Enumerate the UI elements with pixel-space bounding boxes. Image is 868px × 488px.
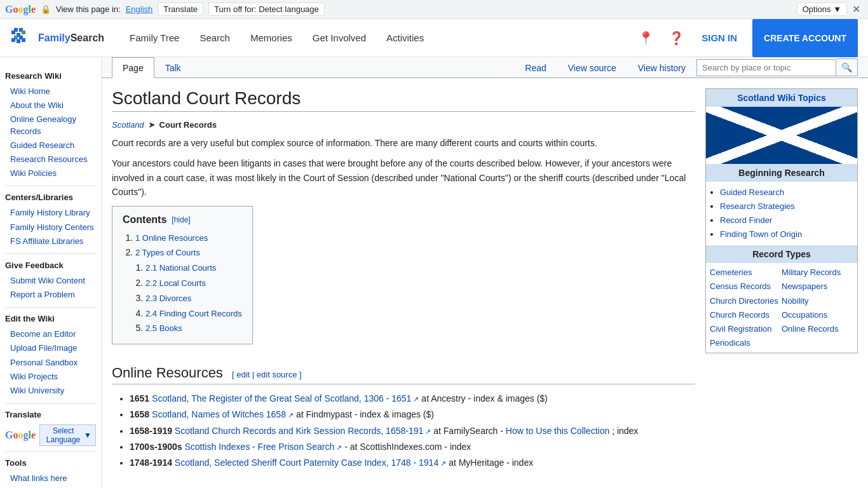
toc-link-books[interactable]: 2.5 Books: [146, 323, 182, 333]
location-icon-button[interactable]: 📍: [635, 28, 656, 48]
resource-suffix-1700s: - at ScottishIndexes.com - index: [344, 442, 471, 452]
translate-view-text: View this page in:: [56, 4, 121, 14]
tab-view-source[interactable]: View source: [557, 57, 627, 78]
toc-sub-item-2-5: 2.5 Books: [146, 321, 242, 336]
nav-activities[interactable]: Activities: [376, 19, 434, 57]
list-item: 1700s-1900s Scottish Indexes - Free Pris…: [130, 439, 695, 455]
toc-link-online-resources[interactable]: 1 Online Resources: [135, 233, 208, 243]
wiki-search-input[interactable]: [696, 59, 836, 76]
logo-text: FamilySearch: [38, 32, 104, 44]
sidebar-item-what-links[interactable]: What links here: [5, 471, 96, 485]
toc-hide-link[interactable]: [hide]: [172, 215, 190, 224]
link-finding-town[interactable]: Finding Town of Origin: [720, 229, 802, 239]
link-record-finder[interactable]: Record Finder: [720, 215, 772, 225]
main-nav: Family Tree Search Memories Get Involved…: [119, 19, 635, 57]
toc-link-finding-court-records[interactable]: 2.4 Finding Court Records: [146, 309, 242, 318]
how-to-use-link[interactable]: How to Use this Collection: [506, 426, 609, 436]
logo[interactable]: FamilySearch: [10, 27, 104, 50]
link-military-records[interactable]: Military Records: [782, 266, 853, 280]
help-icon-button[interactable]: ❓: [666, 28, 686, 48]
article-title: Scotland Court Records: [112, 88, 695, 112]
tab-read[interactable]: Read: [514, 57, 557, 78]
scotland-flag: [706, 107, 857, 164]
link-newspapers[interactable]: Newspapers: [782, 280, 853, 294]
turnoff-button[interactable]: Turn off for: Detect language: [208, 3, 325, 16]
sidebar-item-upload-file[interactable]: Upload File/Image: [5, 341, 96, 355]
sidebar-item-related-changes[interactable]: Related changes: [5, 485, 96, 488]
nav-search[interactable]: Search: [189, 19, 240, 57]
nav-family-tree[interactable]: Family Tree: [119, 19, 189, 57]
resource-year-1658-1919: 1658-1919: [130, 426, 172, 436]
sidebar-item-family-history-centers[interactable]: Family History Centers: [5, 220, 96, 234]
svg-rect-5: [22, 30, 25, 34]
sidebar-item-wiki-projects[interactable]: Wiki Projects: [5, 370, 96, 384]
sidebar-item-research-resources[interactable]: Research Resources: [5, 152, 96, 166]
edit-links: [ edit | edit source ]: [232, 370, 302, 379]
sidebar-section-edit: Edit the Wiki: [5, 314, 96, 323]
edit-link[interactable]: edit: [236, 370, 250, 379]
resource-link-1651[interactable]: Scotland, The Register of the Great Seal…: [152, 393, 419, 403]
link-civil-registration[interactable]: Civil Registration: [710, 322, 782, 336]
sign-in-button[interactable]: SIGN IN: [696, 32, 742, 43]
sidebar-item-online-genealogy[interactable]: Online Genealogy Records: [5, 112, 96, 138]
article-intro-1: Court records are a very useful but comp…: [112, 136, 695, 150]
google-logo-sidebar: Google: [5, 430, 36, 441]
list-item: Finding Town of Origin: [720, 227, 853, 241]
link-online-records[interactable]: Online Records: [782, 322, 853, 336]
breadcrumb-scotland[interactable]: Scotland: [112, 120, 144, 130]
sidebar-item-guided-research[interactable]: Guided Research: [5, 139, 96, 152]
toc-item-1: 1 Online Resources: [135, 231, 242, 246]
sidebar-item-wiki-policies[interactable]: Wiki Policies: [5, 166, 96, 180]
edit-source-link[interactable]: edit source: [257, 370, 297, 379]
link-church-directories[interactable]: Church Directories: [710, 294, 782, 308]
link-census-records[interactable]: Census Records: [710, 280, 782, 294]
link-occupations[interactable]: Occupations: [782, 308, 853, 322]
sidebar-item-report-problem[interactable]: Report a Problem: [5, 288, 96, 302]
nav-get-involved[interactable]: Get Involved: [302, 19, 376, 57]
tab-talk[interactable]: Talk: [154, 57, 192, 78]
link-nobility[interactable]: Nobility: [782, 294, 853, 308]
nav-memories[interactable]: Memories: [240, 19, 302, 57]
article-intro-2: Your ancestors could have been litigants…: [112, 156, 695, 199]
toc-link-local-courts[interactable]: 2.2 Local Courts: [146, 278, 206, 288]
resource-suffix-1658: at Findmypast - index & images ($): [296, 409, 434, 419]
resource-link-1748[interactable]: Scotland, Selected Sheriff Court Paterni…: [175, 458, 446, 468]
tab-view-history[interactable]: View history: [627, 57, 696, 78]
list-item: 1658 Scotland, Names of Witches 1658 at …: [130, 407, 695, 423]
sidebar-section-feedback: Give Feedback: [5, 261, 96, 270]
options-button[interactable]: Options ▼: [797, 3, 847, 16]
resource-link-1658[interactable]: Scotland, Names of Witches 1658: [152, 409, 294, 419]
sidebar-item-fs-affiliate[interactable]: FS Affiliate Libraries: [5, 234, 96, 248]
toc-link-divorces[interactable]: 2.3 Divorces: [146, 294, 191, 303]
sidebar-item-family-history-library[interactable]: Family History Library: [5, 206, 96, 220]
sidebar-item-become-editor[interactable]: Become an Editor: [5, 327, 96, 341]
wiki-search-button[interactable]: 🔍: [836, 58, 858, 76]
sidebar-item-about-wiki[interactable]: About the Wiki: [5, 98, 96, 112]
wiki-topics-box: Scotland Wiki Topics Beginning Research …: [705, 88, 858, 353]
record-types-grid: Cemeteries Military Records Census Recor…: [706, 263, 857, 353]
close-translate-button[interactable]: ✕: [850, 3, 863, 15]
select-language-arrow: ▼: [84, 431, 92, 440]
create-account-button[interactable]: CREATE ACCOUNT: [752, 19, 858, 57]
link-guided-research[interactable]: Guided Research: [720, 187, 784, 197]
link-cemeteries[interactable]: Cemeteries: [710, 266, 782, 280]
select-language-button[interactable]: Select Language ▼: [39, 424, 96, 446]
language-link[interactable]: English: [126, 4, 153, 14]
resource-link-1700s[interactable]: Scottish Indexes - Free Prison Search: [184, 442, 342, 452]
sidebar-item-submit-wiki[interactable]: Submit Wiki Content: [5, 274, 96, 288]
toc-link-national-courts[interactable]: 2.1 National Courts: [146, 263, 216, 273]
online-resources-heading: Online Resources [ edit | edit source ]: [112, 365, 695, 384]
top-nav: FamilySearch Family Tree Search Memories…: [0, 19, 868, 57]
link-research-strategies[interactable]: Research Strategies: [720, 201, 795, 211]
wiki-search-bar: 🔍: [696, 58, 858, 76]
sidebar-item-wiki-university[interactable]: Wiki University: [5, 384, 96, 398]
link-church-records[interactable]: Church Records: [710, 308, 782, 322]
list-item: 1651 Scotland, The Register of the Great…: [130, 391, 695, 407]
toc-link-types-of-courts[interactable]: 2 Types of Courts: [135, 248, 200, 257]
resource-link-1658-1919[interactable]: Scotland Church Records and Kirk Session…: [175, 426, 431, 436]
sidebar-item-wiki-home[interactable]: Wiki Home: [5, 85, 96, 98]
sidebar-item-personal-sandbox[interactable]: Personal Sandbox: [5, 356, 96, 370]
tab-page[interactable]: Page: [112, 57, 154, 78]
link-periodicals[interactable]: Periodicals: [710, 336, 782, 350]
translate-button[interactable]: Translate: [158, 3, 203, 16]
